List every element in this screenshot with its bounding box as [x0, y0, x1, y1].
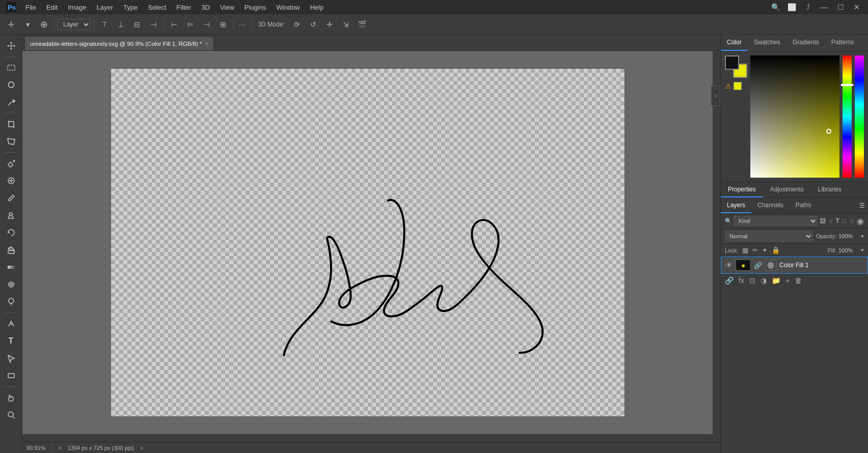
- menu-filter[interactable]: Filter: [171, 2, 196, 13]
- nav-left-btn[interactable]: <: [58, 445, 61, 451]
- 3d-roll-btn[interactable]: ↺: [306, 17, 320, 32]
- link-layers-icon[interactable]: 🔗: [725, 276, 734, 285]
- tab-close-btn[interactable]: ×: [205, 41, 208, 47]
- canvas-document[interactable]: [111, 68, 625, 417]
- document-tab[interactable]: unreadable-letters-signaturely.svg @ 90.…: [24, 36, 214, 50]
- menu-help[interactable]: Help: [305, 2, 329, 13]
- layers-kind-select[interactable]: Kind: [734, 216, 818, 226]
- menu-layer[interactable]: Layer: [92, 2, 119, 13]
- new-adjustment-icon[interactable]: ◑: [761, 276, 767, 285]
- small-color-preview[interactable]: [734, 82, 742, 90]
- eraser-tool[interactable]: [3, 242, 19, 258]
- filter-shape-icon[interactable]: □: [843, 217, 846, 224]
- lock-pixels-icon[interactable]: ✏: [752, 246, 758, 254]
- menu-image[interactable]: Image: [63, 2, 91, 13]
- spectrum-strip[interactable]: [855, 55, 864, 178]
- tab-gradients[interactable]: Gradients: [786, 35, 825, 51]
- layer-select[interactable]: Layer: [58, 19, 91, 30]
- filter-adjust-icon[interactable]: ○: [829, 217, 832, 224]
- 3d-scale-btn[interactable]: 🎬: [355, 17, 369, 32]
- layers-icon-btn[interactable]: ⊕: [37, 17, 51, 32]
- filter-smart-icon[interactable]: ☆: [849, 217, 855, 224]
- zoom-tool[interactable]: [3, 407, 19, 423]
- close-button[interactable]: ✕: [850, 0, 864, 14]
- healing-tool[interactable]: [3, 173, 19, 189]
- tab-patterns[interactable]: Patterns: [825, 35, 860, 51]
- menu-window[interactable]: Window: [271, 2, 305, 13]
- layer-chain-icon[interactable]: 🔗: [754, 262, 762, 269]
- vertical-scrollbar[interactable]: [713, 51, 720, 434]
- menu-plugins[interactable]: Plugins: [239, 2, 272, 13]
- menu-edit[interactable]: Edit: [41, 2, 63, 13]
- menu-file[interactable]: File: [20, 2, 41, 13]
- marquee-tool[interactable]: [3, 60, 19, 76]
- lock-position-icon[interactable]: ✦: [762, 246, 768, 254]
- maximize-button[interactable]: ☐: [833, 0, 848, 14]
- tab-channels[interactable]: Channels: [751, 198, 790, 213]
- nav-right-btn[interactable]: >: [140, 445, 143, 451]
- distribute-left-btn[interactable]: ⊢: [167, 17, 181, 32]
- tab-swatches[interactable]: Swatches: [748, 35, 786, 51]
- tab-libraries[interactable]: Libraries: [811, 182, 849, 197]
- align-vc-btn[interactable]: ⊥: [114, 17, 128, 32]
- delete-layer-icon[interactable]: 🗑: [795, 276, 802, 285]
- gradient-canvas[interactable]: [750, 55, 839, 178]
- arrange-button[interactable]: ⬜: [784, 0, 799, 14]
- clone-tool[interactable]: [3, 207, 19, 223]
- menu-select[interactable]: Select: [143, 2, 171, 13]
- distribute-right-btn[interactable]: ⊣: [200, 17, 214, 32]
- filter-toggle[interactable]: ◉: [857, 216, 864, 226]
- brush-tool[interactable]: [3, 190, 19, 206]
- tab-adjustments[interactable]: Adjustments: [763, 182, 811, 197]
- more-options-btn[interactable]: ···: [237, 20, 249, 29]
- distribute-center-btn[interactable]: ⊨: [183, 17, 198, 32]
- opacity-dropdown-icon[interactable]: ▾: [861, 233, 864, 240]
- fill-input[interactable]: [838, 247, 859, 253]
- foreground-color-swatch[interactable]: [725, 55, 739, 70]
- magic-wand-tool[interactable]: [3, 94, 19, 110]
- horizontal-scrollbar[interactable]: [22, 434, 713, 442]
- tab-color[interactable]: Color: [721, 35, 748, 51]
- layer-row[interactable]: 👁 ■ 🔗 Color Fill 1: [721, 257, 868, 274]
- align-left-btn[interactable]: ⊣: [146, 17, 160, 32]
- menu-view[interactable]: View: [215, 2, 239, 13]
- color-gradient-picker[interactable]: [750, 55, 839, 178]
- tool-arrow-btn[interactable]: ▾: [20, 17, 35, 32]
- dodge-tool[interactable]: [3, 294, 19, 310]
- text-tool[interactable]: T: [3, 333, 19, 349]
- lasso-tool[interactable]: [3, 77, 19, 93]
- hand-tool[interactable]: [3, 389, 19, 406]
- layers-menu-btn[interactable]: ☰: [859, 198, 868, 213]
- layer-visibility-icon[interactable]: 👁: [725, 261, 733, 269]
- eyedropper-tool[interactable]: [3, 155, 19, 172]
- perspective-crop-tool[interactable]: [3, 133, 19, 150]
- distribute-gap-btn[interactable]: ⊞: [216, 17, 230, 32]
- path-selection-tool[interactable]: [3, 350, 19, 366]
- shape-tool[interactable]: [3, 367, 19, 384]
- opacity-input[interactable]: 100%: [838, 233, 859, 239]
- blur-tool[interactable]: [3, 276, 19, 293]
- move-tool[interactable]: [3, 38, 19, 54]
- 3d-drag-btn[interactable]: ✛: [322, 17, 337, 32]
- filter-pixel-icon[interactable]: 🖼: [820, 217, 826, 224]
- new-group-icon[interactable]: 📁: [772, 276, 780, 285]
- new-layer-icon[interactable]: +: [785, 276, 790, 285]
- pen-tool[interactable]: [3, 316, 19, 332]
- hue-strip[interactable]: [843, 55, 852, 178]
- layer-effects-icon[interactable]: fx: [739, 276, 744, 285]
- menu-type[interactable]: Type: [118, 2, 143, 13]
- tab-paths[interactable]: Paths: [790, 198, 818, 213]
- layer-mask-icon[interactable]: ⊡: [749, 276, 755, 285]
- lock-transparency-icon[interactable]: ▦: [742, 246, 748, 254]
- move-tool-btn[interactable]: ✛: [4, 17, 18, 32]
- 3d-slide-btn[interactable]: ⇲: [339, 17, 353, 32]
- history-brush-tool[interactable]: [3, 224, 19, 241]
- align-bottom-btn[interactable]: ⊟: [130, 17, 144, 32]
- fill-dropdown-icon[interactable]: ▾: [861, 247, 864, 253]
- blend-mode-select[interactable]: Normal: [725, 231, 813, 242]
- share-button[interactable]: ⤴: [801, 0, 815, 14]
- minimize-button[interactable]: —: [817, 0, 831, 14]
- align-top-btn[interactable]: ⊤: [97, 17, 112, 32]
- lock-all-icon[interactable]: 🔒: [772, 246, 780, 254]
- menu-3d[interactable]: 3D: [196, 2, 215, 13]
